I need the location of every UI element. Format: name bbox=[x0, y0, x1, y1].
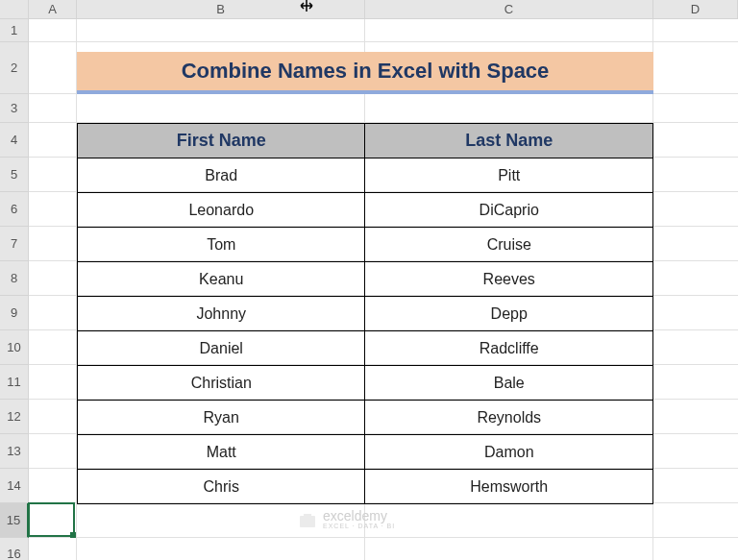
watermark: exceldemy EXCEL · DATA · BI bbox=[298, 509, 395, 529]
cell-last-name[interactable]: Reeves bbox=[365, 262, 653, 297]
col-header-a[interactable]: A bbox=[29, 0, 77, 19]
cell-last-name[interactable]: Hemsworth bbox=[365, 470, 653, 504]
title-banner: Combine Names in Excel with Space bbox=[77, 52, 653, 94]
svg-rect-0 bbox=[300, 516, 315, 527]
watermark-tagline: EXCEL · DATA · BI bbox=[323, 523, 395, 529]
col-header-c[interactable]: C bbox=[365, 0, 653, 19]
gridline bbox=[29, 94, 738, 123]
row-header-4[interactable]: 4 bbox=[0, 123, 29, 158]
spreadsheet-grid: A B C D 12345678910111213141516 Combine … bbox=[0, 0, 738, 560]
row-header-10[interactable]: 10 bbox=[0, 330, 29, 365]
cell-last-name[interactable]: Radcliffe bbox=[365, 331, 653, 366]
cell-first-name[interactable]: Daniel bbox=[78, 331, 365, 366]
table-row: RyanReynolds bbox=[78, 401, 653, 435]
cell-area[interactable]: Combine Names in Excel with Space First … bbox=[29, 19, 738, 560]
table-row: ChrisHemsworth bbox=[78, 470, 653, 504]
cell-first-name[interactable]: Brad bbox=[78, 158, 365, 193]
row-header-14[interactable]: 14 bbox=[0, 469, 29, 503]
cell-last-name[interactable]: Depp bbox=[365, 297, 653, 331]
cell-first-name[interactable]: Tom bbox=[78, 228, 365, 262]
col-header-b[interactable]: B bbox=[77, 0, 365, 19]
row-header-16[interactable]: 16 bbox=[0, 538, 29, 560]
row-header-3[interactable]: 3 bbox=[0, 94, 29, 123]
data-table: First Name Last Name BradPittLeonardoDiC… bbox=[77, 123, 653, 504]
row-header-12[interactable]: 12 bbox=[0, 400, 29, 434]
cell-last-name[interactable]: Bale bbox=[365, 366, 653, 401]
cell-first-name[interactable]: Christian bbox=[78, 366, 365, 401]
row-header-1[interactable]: 1 bbox=[0, 19, 29, 42]
cell-first-name[interactable]: Chris bbox=[78, 470, 365, 504]
cell-last-name[interactable]: DiCaprio bbox=[365, 193, 653, 228]
table-row: JohnnyDepp bbox=[78, 297, 653, 331]
cell-last-name[interactable]: Reynolds bbox=[365, 401, 653, 435]
resize-cursor-icon bbox=[298, 0, 315, 10]
table-row: LeonardoDiCaprio bbox=[78, 193, 653, 228]
col-header-d[interactable]: D bbox=[653, 0, 738, 19]
table-row: BradPitt bbox=[78, 158, 653, 193]
row-header-13[interactable]: 13 bbox=[0, 434, 29, 469]
cell-last-name[interactable]: Pitt bbox=[365, 158, 653, 193]
row-header-7[interactable]: 7 bbox=[0, 227, 29, 261]
row-header-6[interactable]: 6 bbox=[0, 192, 29, 227]
cell-first-name[interactable]: Matt bbox=[78, 435, 365, 470]
cell-first-name[interactable]: Leonardo bbox=[78, 193, 365, 228]
table-row: ChristianBale bbox=[78, 366, 653, 401]
column-headers: A B C D bbox=[0, 0, 738, 19]
header-row: First Name Last Name bbox=[78, 124, 653, 158]
row-header-2[interactable]: 2 bbox=[0, 42, 29, 94]
title-text: Combine Names in Excel with Space bbox=[182, 59, 550, 84]
table-row: TomCruise bbox=[78, 228, 653, 262]
select-all-corner[interactable] bbox=[0, 0, 29, 19]
watermark-brand: exceldemy bbox=[323, 509, 395, 523]
watermark-icon bbox=[298, 510, 317, 529]
row-header-15[interactable]: 15 bbox=[0, 503, 29, 538]
table-row: MattDamon bbox=[78, 435, 653, 470]
cell-last-name[interactable]: Damon bbox=[365, 435, 653, 470]
gridline bbox=[29, 19, 738, 42]
header-first-name[interactable]: First Name bbox=[78, 124, 365, 158]
table-row: DanielRadcliffe bbox=[78, 331, 653, 366]
header-last-name[interactable]: Last Name bbox=[365, 124, 653, 158]
row-header-5[interactable]: 5 bbox=[0, 158, 29, 192]
row-headers: 12345678910111213141516 bbox=[0, 19, 29, 560]
row-header-11[interactable]: 11 bbox=[0, 365, 29, 400]
row-header-9[interactable]: 9 bbox=[0, 296, 29, 330]
cell-first-name[interactable]: Ryan bbox=[78, 401, 365, 435]
cell-last-name[interactable]: Cruise bbox=[365, 228, 653, 262]
row-header-8[interactable]: 8 bbox=[0, 261, 29, 296]
table-row: KeanuReeves bbox=[78, 262, 653, 297]
cell-first-name[interactable]: Johnny bbox=[78, 297, 365, 331]
gridline bbox=[29, 538, 738, 560]
cell-first-name[interactable]: Keanu bbox=[78, 262, 365, 297]
